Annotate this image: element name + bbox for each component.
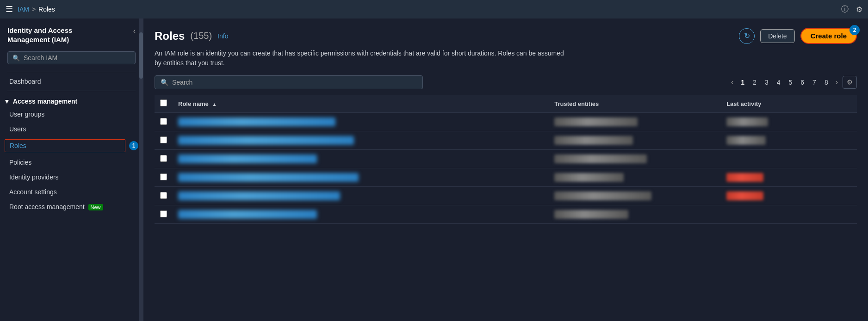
role-name-blurred[interactable]: xxxxxxxxxxxxxxxxxxxxxxxxxxxxxxxxxxxxxxxx… — [178, 136, 354, 145]
page-num-2[interactable]: 2 — [750, 77, 759, 87]
roles-badge: 1 — [129, 141, 138, 150]
row-role-name: xxxxxxxxxxxxxxxxxxxxxxxxxxxxxxxxxxxxxxxx… — [173, 113, 549, 131]
page-title: Roles — [155, 30, 185, 43]
table-search-input[interactable] — [172, 79, 417, 86]
row-checkbox-cell — [155, 187, 173, 205]
header-actions: ↻ Delete Create role 2 — [739, 28, 857, 44]
sidebar-collapse-button[interactable]: ‹ — [133, 27, 136, 35]
page-title-row: Roles (155) Info — [155, 30, 228, 43]
row-checkbox[interactable] — [160, 173, 167, 180]
trusted-entities-blurred: xxxxxxxxxxxxxxxxxxxx — [554, 210, 628, 219]
refresh-button[interactable]: ↻ — [739, 28, 755, 44]
trusted-entities-blurred: xxxxxxxxxxxxxxxxxxxxx — [554, 136, 633, 145]
scrollbar-thumb[interactable] — [139, 32, 143, 79]
trusted-entities-blurred: xxxxxxxxxxxxxxxxxxxxxxxxx — [554, 154, 647, 163]
page-num-5[interactable]: 5 — [786, 77, 795, 87]
role-name-blurred[interactable]: xxxxxxxxxxxxxxxxxxxxxxxxxxxxxxxxxxxxxxxx… — [178, 117, 335, 126]
page-header: Roles (155) Info ↻ Delete Create role 2 — [155, 28, 857, 44]
row-checkbox[interactable] — [160, 192, 167, 199]
page-num-3[interactable]: 3 — [762, 77, 771, 87]
row-checkbox[interactable] — [160, 118, 167, 125]
row-role-name: xxxxxxxxxxxxxxxxxxxxxxxxxxxxxxxxxxxxx — [173, 150, 549, 168]
table-toolbar: 🔍 ‹ 1 2 3 4 5 6 7 8 › ⚙ — [155, 75, 857, 89]
row-checkbox[interactable] — [160, 136, 167, 143]
row-checkbox[interactable] — [160, 155, 167, 162]
header-last-activity[interactable]: Last activity — [721, 95, 857, 113]
create-role-button[interactable]: Create role — [800, 28, 857, 44]
row-role-name: xxxxxxxxxxxxxxxxxxxxxxxxxxxxxxxxxxxxxxxx… — [173, 168, 549, 187]
roles-count: (155) — [190, 31, 212, 41]
table-row: xxxxxxxxxxxxxxxxxxxxxxxxxxxxxxxxxxxxxxxx… — [155, 131, 857, 150]
table-search-icon: 🔍 — [161, 79, 168, 86]
content-area: Roles (155) Info ↻ Delete Create role 2 … — [143, 19, 868, 321]
page-num-6[interactable]: 6 — [798, 77, 807, 87]
sidebar-item-account-settings[interactable]: Account settings — [0, 185, 143, 199]
row-trusted-entities: xxxxxxxxxxxxxxxxxxxxxx — [549, 113, 721, 131]
table-row: xxxxxxxxxxxxxxxxxxxxxxxxxxxxxxxxxxxxxxxx… — [155, 168, 857, 187]
role-name-blurred[interactable]: xxxxxxxxxxxxxxxxxxxxxxxxxxxxxxxxxxxxx — [178, 154, 317, 163]
role-name-blurred[interactable]: xxxxxxxxxxxxxxxxxxxxxxxxxxxxxxxxxxxxxxxx… — [178, 173, 359, 182]
sidebar-divider-2 — [7, 91, 136, 91]
header-role-name[interactable]: Role name — [173, 95, 549, 113]
row-trusted-entities: xxxxxxxxxxxxxxxxxx — [549, 168, 721, 187]
breadcrumb-iam-link[interactable]: IAM — [18, 6, 29, 13]
row-checkbox-cell — [155, 168, 173, 187]
row-last-activity — [721, 150, 857, 168]
top-bar-right-icons: ⓘ ⚙ — [841, 5, 862, 14]
settings-gear-icon[interactable]: ⚙ — [856, 5, 862, 14]
row-last-activity: xxxxxxxxxx — [721, 187, 857, 205]
role-name-blurred[interactable]: xxxxxxxxxxxxxxxxxxxxxxxxxxxxxxxxxxxxx — [178, 210, 317, 219]
sidebar-title: Identity and AccessManagement (IAM) — [7, 26, 72, 44]
sidebar: Identity and AccessManagement (IAM) ‹ 🔍 … — [0, 19, 143, 321]
sidebar-item-dashboard[interactable]: Dashboard — [0, 74, 143, 89]
table-row: xxxxxxxxxxxxxxxxxxxxxxxxxxxxxxxxxxxxxxxx… — [155, 205, 857, 224]
sidebar-item-policies[interactable]: Policies — [0, 155, 143, 170]
sidebar-search-container[interactable]: 🔍 — [7, 51, 136, 64]
row-last-activity: xxxxxxxxxx — [721, 131, 857, 150]
row-trusted-entities: xxxxxxxxxxxxxxxxxxxxxxxxxx — [549, 187, 721, 205]
role-name-blurred[interactable]: xxxxxxxxxxxxxxxxxxxxxxxxxxxxxxxxxxxxxxxx… — [178, 191, 340, 200]
info-link[interactable]: Info — [217, 32, 228, 40]
row-last-activity — [721, 205, 857, 224]
table-row: xxxxxxxxxxxxxxxxxxxxxxxxxxxxxxxxxxxxxxxx… — [155, 187, 857, 205]
page-num-1[interactable]: 1 — [738, 77, 747, 87]
sidebar-item-user-groups[interactable]: User groups — [0, 107, 143, 122]
row-checkbox-cell — [155, 113, 173, 131]
new-badge: New — [88, 204, 103, 210]
info-circle-icon[interactable]: ⓘ — [841, 5, 849, 14]
sidebar-item-identity-providers[interactable]: Identity providers — [0, 170, 143, 185]
sidebar-item-roles[interactable]: Roles — [5, 139, 125, 152]
sidebar-header: Identity and AccessManagement (IAM) ‹ — [0, 19, 143, 48]
sidebar-item-users[interactable]: Users — [0, 122, 143, 136]
row-trusted-entities: xxxxxxxxxxxxxxxxxxxxx — [549, 131, 721, 150]
last-activity-blurred: xxxxxxxxxx — [726, 173, 763, 182]
page-description: An IAM role is an identity you can creat… — [155, 49, 571, 68]
create-role-step-badge: 2 — [849, 25, 860, 35]
breadcrumb: IAM > Roles — [18, 6, 55, 13]
select-all-checkbox[interactable] — [160, 99, 167, 106]
header-trusted-entities[interactable]: Trusted entities — [549, 95, 721, 113]
trusted-entities-blurred: xxxxxxxxxxxxxxxxxxxxxxxxxx — [554, 191, 651, 200]
page-num-8[interactable]: 8 — [822, 77, 831, 87]
table-search-container[interactable]: 🔍 — [155, 75, 423, 89]
sidebar-item-root-access[interactable]: Root access management New — [0, 199, 143, 214]
main-layout: Identity and AccessManagement (IAM) ‹ 🔍 … — [0, 19, 868, 321]
pagination-row: ‹ 1 2 3 4 5 6 7 8 › ⚙ — [729, 76, 857, 89]
last-activity-blurred: xxxxxxxxxxx — [726, 117, 768, 126]
search-iam-input[interactable] — [24, 54, 130, 62]
delete-button[interactable]: Delete — [760, 29, 794, 43]
page-num-4[interactable]: 4 — [774, 77, 783, 87]
pagination-prev-button[interactable]: ‹ — [729, 76, 735, 88]
trusted-entities-blurred: xxxxxxxxxxxxxxxxxx — [554, 173, 624, 182]
table-header-row: Role name Trusted entities Last activity — [155, 95, 857, 113]
row-trusted-entities: xxxxxxxxxxxxxxxxxxxx — [549, 205, 721, 224]
chevron-down-icon: ▼ — [4, 98, 10, 105]
table-settings-button[interactable]: ⚙ — [843, 76, 857, 89]
search-icon: 🔍 — [12, 55, 20, 62]
row-checkbox[interactable] — [160, 210, 167, 217]
row-last-activity: xxxxxxxxxxx — [721, 113, 857, 131]
hamburger-icon[interactable]: ☰ — [6, 4, 13, 14]
pagination-next-button[interactable]: › — [834, 76, 840, 88]
page-num-7[interactable]: 7 — [810, 77, 819, 87]
row-checkbox-cell — [155, 150, 173, 168]
